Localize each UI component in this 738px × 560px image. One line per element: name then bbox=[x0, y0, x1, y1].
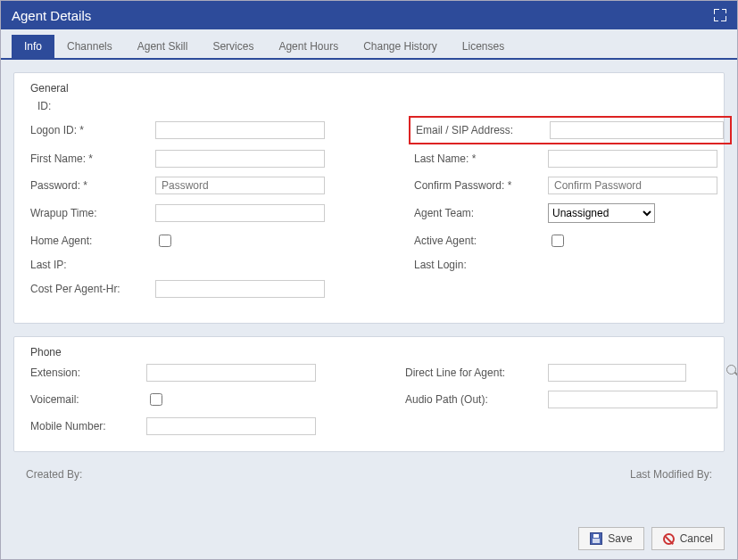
agent-team-select[interactable]: Unassigned bbox=[548, 203, 655, 223]
active-agent-label: Active Agent: bbox=[414, 235, 548, 247]
wrapup-input[interactable] bbox=[155, 204, 325, 222]
home-agent-label: Home Agent: bbox=[30, 235, 155, 247]
voicemail-checkbox[interactable] bbox=[150, 393, 162, 406]
directline-input[interactable] bbox=[548, 364, 686, 382]
tab-change-history[interactable]: Change History bbox=[351, 35, 450, 58]
lastname-label: Last Name: * bbox=[414, 152, 548, 165]
firstname-label: First Name: * bbox=[30, 152, 155, 165]
cancel-button-label: Cancel bbox=[680, 532, 713, 545]
phone-title: Phone bbox=[30, 346, 708, 358]
cancel-icon bbox=[663, 533, 675, 545]
window-title: Agent Details bbox=[12, 8, 91, 23]
confirm-password-label: Confirm Password: * bbox=[414, 179, 548, 192]
home-agent-checkbox[interactable] bbox=[159, 235, 171, 247]
cancel-button[interactable]: Cancel bbox=[651, 527, 725, 550]
password-label: Password: * bbox=[30, 179, 155, 192]
cost-label: Cost Per Agent-Hr: bbox=[30, 283, 155, 295]
confirm-password-input[interactable] bbox=[548, 177, 717, 194]
titlebar: Agent Details bbox=[1, 1, 737, 29]
tab-agent-skill[interactable]: Agent Skill bbox=[125, 35, 201, 58]
mobile-input[interactable] bbox=[146, 417, 316, 435]
audiopath-label: Audio Path (Out): bbox=[405, 393, 548, 406]
wrapup-label: Wrapup Time: bbox=[30, 207, 155, 219]
firstname-input[interactable] bbox=[155, 150, 325, 168]
footer-meta: Created By: Last Modified By: bbox=[13, 465, 725, 481]
tab-agent-hours[interactable]: Agent Hours bbox=[266, 35, 351, 58]
audiopath-input[interactable] bbox=[548, 391, 717, 408]
modified-by-label: Last Modified By: bbox=[630, 468, 712, 481]
general-panel: General ID: Logon ID: * Email / SIP Addr… bbox=[13, 72, 725, 324]
last-login-label: Last Login: bbox=[414, 259, 548, 271]
tab-channels[interactable]: Channels bbox=[54, 35, 125, 58]
tab-services[interactable]: Services bbox=[200, 35, 266, 58]
email-label: Email / SIP Address: bbox=[416, 124, 550, 136]
phone-panel: Phone Extension: Direct Line for Agent: … bbox=[13, 336, 725, 452]
mobile-label: Mobile Number: bbox=[30, 420, 146, 432]
lastname-input[interactable] bbox=[548, 150, 717, 168]
tab-bar: Info Channels Agent Skill Services Agent… bbox=[1, 29, 737, 60]
active-agent-checkbox[interactable] bbox=[551, 235, 564, 247]
voicemail-label: Voicemail: bbox=[30, 393, 146, 406]
tab-info[interactable]: Info bbox=[12, 35, 54, 58]
extension-label: Extension: bbox=[30, 366, 146, 379]
logon-id-label: Logon ID: * bbox=[30, 124, 155, 136]
email-input[interactable] bbox=[550, 121, 724, 139]
search-icon[interactable] bbox=[726, 365, 738, 379]
save-button[interactable]: Save bbox=[578, 527, 643, 550]
logon-id-input[interactable] bbox=[155, 121, 325, 139]
expand-icon[interactable] bbox=[714, 9, 726, 21]
agent-team-label: Agent Team: bbox=[414, 207, 548, 219]
save-icon bbox=[590, 532, 602, 545]
created-by-label: Created By: bbox=[26, 468, 82, 481]
general-title: General bbox=[30, 82, 708, 95]
tab-licenses[interactable]: Licenses bbox=[450, 35, 517, 58]
last-ip-label: Last IP: bbox=[30, 259, 155, 271]
extension-input[interactable] bbox=[146, 364, 316, 382]
cost-input[interactable] bbox=[155, 280, 325, 298]
password-input[interactable] bbox=[155, 177, 325, 194]
save-button-label: Save bbox=[608, 532, 632, 545]
id-label: ID: bbox=[37, 100, 708, 112]
button-bar: Save Cancel bbox=[578, 527, 725, 550]
directline-label: Direct Line for Agent: bbox=[405, 366, 548, 379]
